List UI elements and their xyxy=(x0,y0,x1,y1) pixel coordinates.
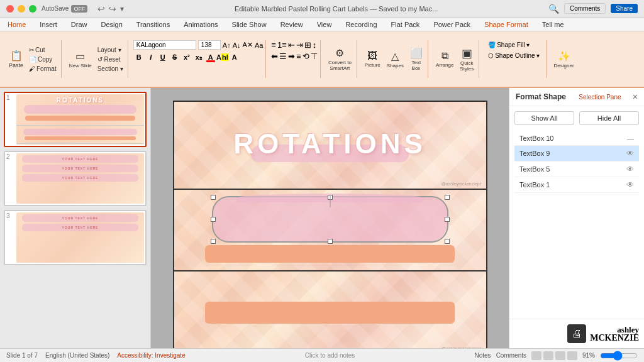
notes-button[interactable]: Notes xyxy=(475,352,491,359)
font-name-input[interactable] xyxy=(133,40,196,50)
layer-visible-5[interactable]: 👁 xyxy=(626,165,634,173)
menu-review[interactable]: Review xyxy=(278,19,306,30)
minimize-window-button[interactable] xyxy=(18,5,25,13)
layer-item-textbox5[interactable]: TextBox 5 👁 xyxy=(514,162,639,177)
quick-styles-button[interactable]: ▣ QuickStyles xyxy=(457,45,476,73)
maximize-window-button[interactable] xyxy=(29,5,36,13)
zoom-slider[interactable] xyxy=(600,353,638,359)
accessibility-info[interactable]: Accessibility: Investigate xyxy=(117,352,185,359)
indent-decrease-button[interactable]: ⇤ xyxy=(288,40,295,50)
subscript-button[interactable]: x₂ xyxy=(193,52,204,63)
vertical-align-button[interactable]: ⊤ xyxy=(311,52,318,61)
justify-button[interactable]: ≡ xyxy=(296,52,301,61)
text-case-button[interactable]: Aa xyxy=(255,41,263,49)
reset-button[interactable]: ↺ Reset xyxy=(96,55,125,63)
redo-icon[interactable]: ↪ xyxy=(109,4,116,14)
bold-button[interactable]: B xyxy=(133,52,145,63)
selection-handle-bc[interactable] xyxy=(328,239,333,244)
canvas-area[interactable]: ROTATIONS @ashleymckenziept xyxy=(151,88,509,348)
selection-handle-bl[interactable] xyxy=(211,239,216,244)
selection-handle-ml[interactable] xyxy=(211,217,216,222)
bullets-button[interactable]: ≡ xyxy=(271,40,276,50)
superscript-button[interactable]: x² xyxy=(181,52,192,63)
notes-area[interactable]: Click to add notes xyxy=(186,352,475,359)
menu-design[interactable]: Design xyxy=(99,19,125,30)
shape-outline-button[interactable]: ⬡ Shape Outline ▾ xyxy=(484,51,543,60)
format-painter-button[interactable]: 🖌Format xyxy=(27,65,58,73)
search-icon[interactable]: 🔍 xyxy=(548,4,559,14)
line-spacing-button[interactable]: ↕ xyxy=(313,40,317,50)
comments-count-button[interactable]: Comments xyxy=(496,352,526,359)
layer-item-textbox10[interactable]: TextBox 10 — xyxy=(514,131,639,146)
selection-handle-mr[interactable] xyxy=(445,217,450,222)
menu-powerpack[interactable]: Power Pack xyxy=(431,19,473,30)
undo-icon[interactable]: ↩ xyxy=(97,4,105,14)
close-pane-button[interactable]: × xyxy=(633,92,638,102)
text-box-button[interactable]: ⬜ TextBox xyxy=(408,46,425,72)
align-right-button[interactable]: ➡ xyxy=(288,52,295,61)
show-all-button[interactable]: Show All xyxy=(514,111,574,125)
selection-handle-br[interactable] xyxy=(445,239,450,244)
section-button[interactable]: Section ▾ xyxy=(96,65,125,73)
menu-animations[interactable]: Animations xyxy=(181,19,220,30)
menu-insert[interactable]: Insert xyxy=(37,19,60,30)
designer-button[interactable]: ✨ Designer xyxy=(552,49,577,70)
convert-smartart-button[interactable]: ⚙ Convert toSmartArt xyxy=(326,46,354,72)
decrease-font-button[interactable]: A↓ xyxy=(233,41,241,49)
shape-fill-button[interactable]: 🪣 Shape Fill ▾ xyxy=(484,40,533,50)
font-size-input[interactable] xyxy=(198,40,221,50)
layout-button[interactable]: Layout ▾ xyxy=(96,46,125,54)
menu-shapeformat[interactable]: Shape Format xyxy=(482,19,531,30)
hide-all-button[interactable]: Hide All xyxy=(579,111,639,125)
italic-button[interactable]: I xyxy=(145,52,157,63)
reading-view-button[interactable] xyxy=(555,351,565,360)
menu-transitions[interactable]: Transitions xyxy=(134,19,172,30)
cut-button[interactable]: ✂Cut xyxy=(27,46,58,54)
increase-font-button[interactable]: A↑ xyxy=(223,41,231,49)
menu-tellme[interactable]: Tell me xyxy=(540,19,567,30)
pane-body: Show All Hide All TextBox 10 — TextBox 9… xyxy=(509,106,644,319)
menu-flatpack[interactable]: Flat Pack xyxy=(389,19,423,30)
menu-home[interactable]: Home xyxy=(5,19,28,30)
share-button[interactable]: Share xyxy=(611,4,638,13)
strikethrough-button[interactable]: S̶ xyxy=(169,52,180,63)
selection-handle-tr[interactable] xyxy=(445,195,450,200)
underline-button[interactable]: U xyxy=(157,52,169,63)
layer-visible-1[interactable]: 👁 xyxy=(626,180,634,189)
menu-draw[interactable]: Draw xyxy=(69,19,90,30)
columns-button[interactable]: ⊞ xyxy=(304,40,311,50)
comments-button[interactable]: Comments xyxy=(564,3,606,14)
copy-button[interactable]: 📄Copy xyxy=(27,55,58,63)
close-window-button[interactable] xyxy=(6,5,14,13)
highlight-button[interactable]: Ahl xyxy=(217,52,228,63)
slide-thumbnail-3[interactable]: 3 YOUR TEXT HERE YOUR TEXT HERE xyxy=(4,210,147,265)
slide-thumbnail-1[interactable]: 1 ROTATIONS xyxy=(4,92,147,147)
layer-item-textbox1[interactable]: TextBox 1 👁 xyxy=(514,177,639,193)
selection-handle-tl[interactable] xyxy=(211,195,216,200)
indent-increase-button[interactable]: ⇥ xyxy=(296,40,303,50)
menu-slideshow[interactable]: Slide Show xyxy=(230,19,269,30)
text-direction-button[interactable]: ⟲ xyxy=(303,52,309,61)
slide-sorter-button[interactable] xyxy=(543,351,553,360)
slideshow-view-button[interactable] xyxy=(567,351,577,360)
align-left-button[interactable]: ⬅ xyxy=(271,52,278,61)
font-color-button[interactable]: A xyxy=(205,52,216,63)
paste-button[interactable]: 📋 Paste xyxy=(6,48,26,70)
layer-item-textbox9[interactable]: TextBox 9 👁 xyxy=(514,146,639,162)
selection-pane-button[interactable]: Selection Pane xyxy=(579,94,621,101)
arrange-button[interactable]: ⧉ Arrange xyxy=(433,49,456,69)
layer-visible-9[interactable]: 👁 xyxy=(626,149,634,158)
align-center-button[interactable]: ☰ xyxy=(279,52,287,61)
numbering-button[interactable]: 1≡ xyxy=(277,40,287,50)
slide-thumbnail-2[interactable]: 2 YOUR TEXT HERE YOUR TEXT HERE YOUR TEX… xyxy=(4,151,147,206)
shapes-button[interactable]: △ Shapes xyxy=(384,49,406,70)
clear-format-button[interactable]: A✕ xyxy=(243,41,253,49)
picture-button[interactable]: 🖼 Picture xyxy=(362,49,383,69)
new-slide-button[interactable]: ▭ New Slide xyxy=(67,49,94,70)
layer-hide-10[interactable]: — xyxy=(627,134,634,142)
autosave-toggle[interactable]: AutoSave OFF xyxy=(42,5,87,13)
text-shadow-button[interactable]: A xyxy=(229,52,240,63)
menu-view[interactable]: View xyxy=(314,19,335,30)
normal-view-button[interactable] xyxy=(531,351,541,360)
menu-recording[interactable]: Recording xyxy=(343,19,379,30)
